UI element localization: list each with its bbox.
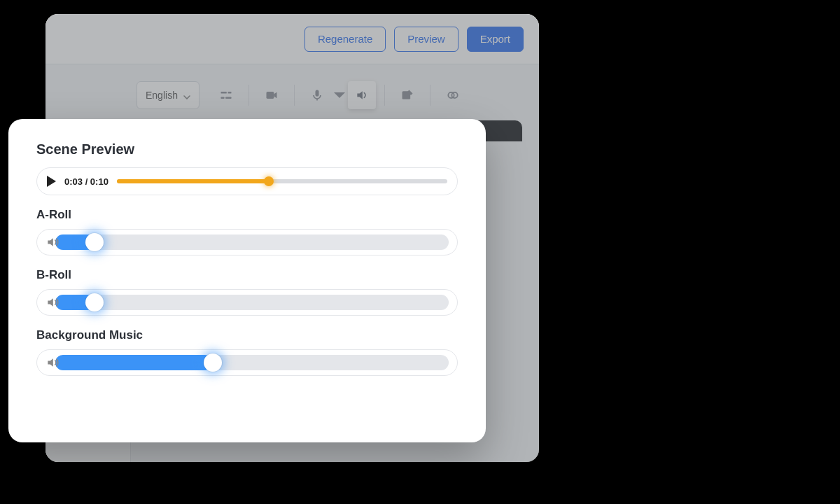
b-roll-heading: B-Roll (36, 268, 458, 282)
language-select-value: English (146, 90, 178, 101)
audio-settings-popover: Scene Preview 0:03 / 0:10 A-Roll B-Roll (8, 119, 486, 442)
camera-icon[interactable] (258, 81, 286, 109)
language-select[interactable]: English (136, 81, 200, 109)
a-roll-heading: A-Roll (36, 208, 458, 222)
speaker-icon[interactable] (46, 356, 59, 370)
background-music-heading: Background Music (36, 328, 458, 342)
volume-knob[interactable] (204, 354, 222, 372)
svg-rect-0 (220, 92, 226, 94)
volume-knob[interactable] (85, 233, 104, 251)
speaker-icon[interactable] (46, 295, 59, 309)
volume-track[interactable] (55, 355, 449, 370)
svg-rect-1 (227, 92, 231, 94)
regenerate-button[interactable]: Regenerate (304, 27, 386, 52)
scene-preview-heading: Scene Preview (36, 141, 458, 158)
sliders-icon[interactable] (212, 81, 240, 109)
microphone-icon[interactable] (303, 81, 331, 109)
playback-time: 0:03 / 0:10 (64, 176, 108, 187)
svg-rect-6 (316, 99, 318, 101)
svg-rect-4 (266, 92, 274, 99)
microphone-dropdown-caret[interactable] (331, 81, 348, 109)
preview-button[interactable]: Preview (394, 27, 458, 52)
b-roll-volume (36, 289, 458, 316)
toolbar-separator (294, 85, 295, 106)
seek-knob[interactable] (264, 176, 274, 186)
svg-rect-2 (220, 97, 224, 99)
volume-knob[interactable] (85, 293, 104, 312)
svg-rect-3 (225, 97, 231, 99)
seek-fill (117, 179, 269, 183)
a-roll-volume (36, 229, 458, 255)
svg-rect-5 (315, 90, 318, 97)
chevron-down-icon (183, 92, 190, 99)
editor-toolbar: English (136, 78, 539, 112)
toolbar-separator (248, 85, 249, 106)
toolbar-separator (384, 85, 385, 106)
link-icon[interactable] (439, 81, 467, 109)
volume-track[interactable] (55, 295, 449, 310)
background-music-volume (36, 349, 458, 376)
toolbar-separator (430, 85, 430, 106)
speaker-icon[interactable] (46, 235, 59, 249)
volume-icon[interactable] (348, 81, 376, 109)
scene-preview-player: 0:03 / 0:10 (36, 167, 458, 195)
image-edit-icon[interactable] (393, 81, 421, 109)
seek-bar[interactable] (117, 179, 447, 183)
volume-track[interactable] (55, 234, 449, 250)
play-icon[interactable] (47, 176, 56, 187)
export-button[interactable]: Export (467, 27, 524, 52)
top-action-bar: Regenerate Preview Export (46, 14, 539, 64)
volume-fill (55, 355, 213, 370)
